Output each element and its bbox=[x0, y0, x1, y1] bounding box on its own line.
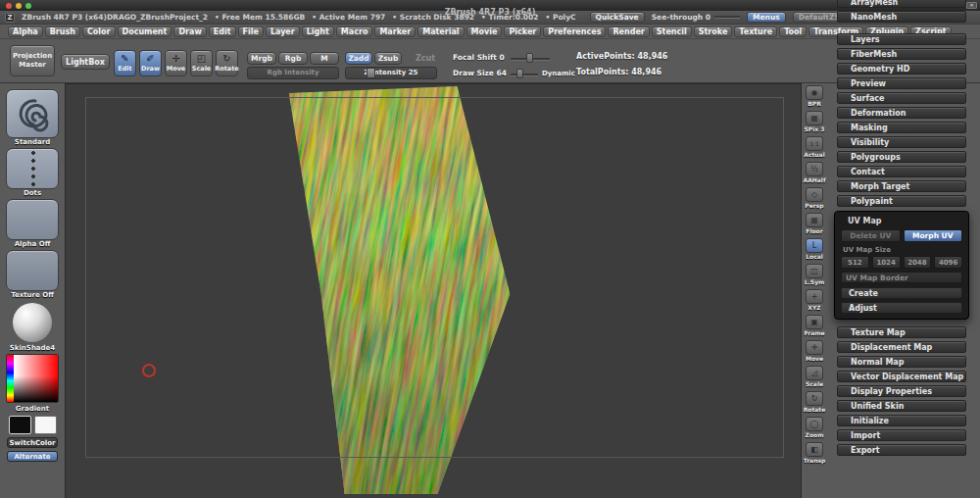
section-layers[interactable]: Layers bbox=[837, 33, 966, 45]
section-polypaint[interactable]: Polypaint bbox=[837, 195, 966, 207]
edit-mode-button[interactable]: ✎ Edit bbox=[114, 50, 136, 76]
section-nanomesh[interactable]: NanoMesh bbox=[837, 11, 966, 23]
mrgb-button[interactable]: Mrgb bbox=[247, 52, 276, 65]
menu-stencil[interactable]: Stencil bbox=[652, 26, 692, 37]
uv-size-1024-button[interactable]: 1024 bbox=[872, 256, 901, 269]
focal-shift-handle[interactable] bbox=[526, 53, 533, 63]
section-preview[interactable]: Preview bbox=[837, 77, 966, 89]
z-intensity-handle[interactable] bbox=[367, 68, 375, 78]
z-intensity-slider[interactable]: Z Intensity 25 bbox=[345, 67, 437, 79]
menu-marker[interactable]: Marker bbox=[374, 26, 416, 37]
menu-color[interactable]: Color bbox=[82, 26, 116, 37]
current-alpha-thumbnail[interactable] bbox=[6, 199, 59, 240]
draw-size-handle[interactable] bbox=[516, 69, 523, 78]
menu-brush[interactable]: Brush bbox=[45, 26, 80, 37]
rgb-intensity-slider[interactable]: Rgb Intensity bbox=[247, 67, 339, 79]
menu-render[interactable]: Render bbox=[608, 26, 649, 37]
zcut-button[interactable]: Zcut bbox=[416, 54, 435, 63]
menu-macro[interactable]: Macro bbox=[336, 26, 373, 37]
color-picker[interactable] bbox=[6, 354, 59, 403]
menu-texture[interactable]: Texture bbox=[734, 26, 777, 37]
uv-size-2048-button[interactable]: 2048 bbox=[904, 256, 932, 269]
menu-layer[interactable]: Layer bbox=[266, 26, 300, 37]
menu-stroke[interactable]: Stroke bbox=[694, 26, 733, 37]
section-visibility[interactable]: Visibility bbox=[837, 136, 966, 148]
menu-material[interactable]: Material bbox=[417, 26, 464, 37]
zsub-button[interactable]: Zsub bbox=[374, 52, 402, 65]
move-mode-button[interactable]: ✛ Move bbox=[165, 50, 187, 76]
transp-button[interactable]: ◧ bbox=[806, 442, 823, 457]
section-deformation[interactable]: Deformation bbox=[837, 107, 966, 119]
section-display-properties[interactable]: Display Properties bbox=[837, 385, 966, 397]
scale-camera-button[interactable]: ◿ bbox=[806, 366, 823, 380]
bpr-button[interactable]: ◉ bbox=[806, 85, 823, 100]
menu-file[interactable]: File bbox=[238, 26, 264, 37]
menu-tool[interactable]: Tool bbox=[779, 26, 807, 37]
zadd-button[interactable]: Zadd bbox=[345, 52, 372, 65]
projection-master-button[interactable]: Projection Master bbox=[10, 45, 55, 76]
main-color-swatch[interactable] bbox=[9, 416, 31, 434]
m-button[interactable]: M bbox=[310, 52, 339, 65]
menu-draw[interactable]: Draw bbox=[173, 26, 206, 37]
section-import[interactable]: Import bbox=[837, 429, 966, 441]
move-camera-button[interactable]: ✛ bbox=[806, 340, 823, 355]
switch-color-button[interactable]: SwitchColor bbox=[7, 437, 58, 448]
rotate-mode-button[interactable]: ↻ Rotate bbox=[216, 50, 238, 76]
spix-slider[interactable]: ▦ bbox=[806, 111, 823, 125]
rotate-camera-button[interactable]: ↻ bbox=[806, 391, 823, 406]
uv-size-4096-button[interactable]: 4096 bbox=[934, 256, 962, 269]
menu-preferences[interactable]: Preferences bbox=[543, 26, 606, 37]
menu-alpha[interactable]: Alpha bbox=[8, 26, 43, 37]
see-through-slider[interactable]: See-through 0 bbox=[652, 13, 740, 22]
close-window-icon[interactable] bbox=[6, 3, 12, 9]
delete-uv-button[interactable]: Delete UV bbox=[841, 229, 901, 242]
menu-document[interactable]: Document bbox=[118, 26, 172, 37]
section-polygroups[interactable]: Polygroups bbox=[837, 151, 966, 163]
window-menu-icon[interactable]: ≡ bbox=[966, 2, 977, 9]
menu-picker[interactable]: Picker bbox=[504, 26, 541, 37]
local-button[interactable]: L bbox=[806, 238, 823, 253]
dynamic-toggle[interactable]: Dynamic bbox=[542, 70, 575, 77]
uv-adjust-section[interactable]: Adjust bbox=[841, 302, 962, 314]
section-contact[interactable]: Contact bbox=[837, 166, 966, 177]
uv-size-512-button[interactable]: 512 bbox=[841, 256, 869, 269]
current-brush-thumbnail[interactable] bbox=[6, 89, 59, 138]
scale-mode-button[interactable]: ◰ Scale bbox=[190, 50, 213, 76]
section-unified-skin[interactable]: Unified Skin bbox=[837, 400, 966, 412]
saturation-value-square[interactable] bbox=[14, 355, 58, 402]
polypainted-3d-model[interactable] bbox=[66, 84, 801, 498]
actual-button[interactable]: 1:1 bbox=[806, 136, 823, 151]
draw-size-track[interactable] bbox=[511, 74, 538, 76]
hue-strip[interactable] bbox=[7, 355, 14, 402]
gradient-toggle[interactable]: Gradient bbox=[0, 405, 65, 414]
section-export[interactable]: Export bbox=[837, 444, 966, 456]
section-vector-displacement-map[interactable]: Vector Displacement Map bbox=[837, 371, 966, 382]
uv-create-section[interactable]: Create bbox=[841, 287, 962, 299]
frame-button[interactable]: ▣ bbox=[806, 315, 823, 329]
uv-map-border-slider[interactable]: UV Map Border bbox=[841, 272, 962, 283]
menu-movie[interactable]: Movie bbox=[466, 26, 503, 37]
section-fibermesh[interactable]: FiberMesh bbox=[837, 48, 966, 60]
uv-map-header[interactable]: UV Map bbox=[841, 217, 962, 225]
section-normal-map[interactable]: Normal Map bbox=[837, 356, 966, 368]
document-canvas[interactable] bbox=[65, 83, 802, 498]
alternate-button[interactable]: Alternate bbox=[7, 451, 58, 462]
zoom-button[interactable]: ◯ bbox=[806, 417, 823, 431]
section-surface[interactable]: Surface bbox=[837, 92, 966, 104]
current-stroke-thumbnail[interactable] bbox=[6, 148, 59, 189]
section-geometry-hd[interactable]: Geometry HD bbox=[837, 63, 966, 75]
current-material-thumbnail[interactable] bbox=[0, 301, 65, 344]
section-displacement-map[interactable]: Displacement Map bbox=[837, 341, 966, 353]
rgb-button[interactable]: Rgb bbox=[278, 52, 308, 65]
persp-button[interactable]: ◇ bbox=[806, 187, 823, 202]
morph-uv-button[interactable]: Morph UV bbox=[904, 229, 963, 242]
section-arraymesh[interactable]: ArrayMesh bbox=[837, 0, 966, 8]
aahalf-button[interactable]: ½ bbox=[806, 162, 823, 176]
lsym-button[interactable]: ◫ bbox=[806, 264, 823, 278]
menu-light[interactable]: Light bbox=[302, 26, 334, 37]
draw-mode-button[interactable]: ✐ Draw bbox=[139, 50, 162, 76]
quicksave-button[interactable]: QuickSave bbox=[590, 12, 645, 23]
section-masking[interactable]: Masking bbox=[837, 122, 966, 133]
floor-button[interactable]: ▦ bbox=[806, 213, 823, 227]
current-texture-thumbnail[interactable] bbox=[6, 250, 59, 291]
